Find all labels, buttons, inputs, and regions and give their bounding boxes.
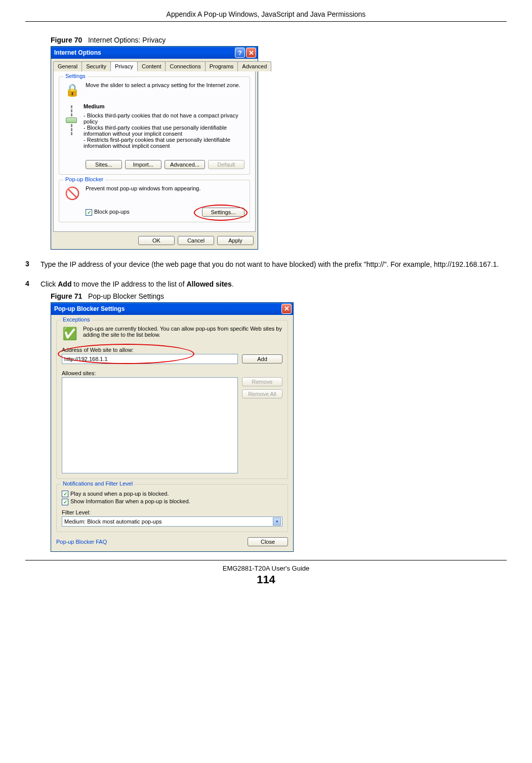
privacy-bullet-1: - Blocks third-party cookies that do not…: [84, 112, 244, 125]
figure-71-title: Pop-up Blocker Settings: [88, 292, 164, 300]
tab-general[interactable]: General: [53, 61, 82, 71]
privacy-bullet-2: - Blocks third-party cookies that use pe…: [84, 125, 244, 137]
step-4-text: Click Add to move the IP address to the …: [40, 279, 507, 289]
popup-blocker-desc: Prevent most pop-up windows from appeari…: [86, 185, 244, 191]
sites-button[interactable]: Sites...: [86, 160, 122, 169]
block-popups-checkbox[interactable]: ✓Block pop-ups: [86, 209, 130, 216]
block-popups-label: Block pop-ups: [94, 209, 130, 215]
tab-advanced[interactable]: Advanced: [237, 61, 271, 71]
exceptions-group-title: Exceptions: [61, 316, 92, 323]
tab-security[interactable]: Security: [81, 61, 111, 71]
import-button[interactable]: Import...: [125, 160, 161, 169]
exceptions-group: Exceptions ✅ Pop-ups are currently block…: [56, 320, 288, 479]
settings-desc: Move the slider to select a privacy sett…: [86, 82, 244, 88]
internet-options-dialog: Internet Options ? ✕ General Security Pr…: [51, 46, 258, 250]
show-infobar-label: Show Information Bar when a pop-up is bl…: [70, 498, 190, 504]
play-sound-checkbox[interactable]: ✓Play a sound when a pop-up is blocked.: [62, 491, 282, 498]
apply-button[interactable]: Apply: [217, 236, 254, 245]
show-infobar-checkbox[interactable]: ✓Show Information Bar when a pop-up is b…: [62, 498, 282, 505]
tab-connections[interactable]: Connections: [165, 61, 205, 71]
close-button[interactable]: ✕: [246, 48, 256, 58]
allowed-sites-label: Allowed sites:: [62, 370, 282, 376]
chevron-down-icon: ▾: [273, 517, 281, 526]
figure-70-caption: Figure 70 Internet Options: Privacy: [51, 36, 502, 44]
blocked-icon: 🚫: [64, 185, 80, 202]
footer-guide: EMG2881-T20A User's Guide: [25, 565, 507, 572]
tab-strip: General Security Privacy Content Connect…: [51, 59, 258, 71]
page-number: 114: [25, 573, 507, 586]
popup-blocker-group-title: Pop-up Blocker: [63, 176, 105, 182]
settings-group-title: Settings: [63, 73, 88, 79]
figure-71-num: Figure 71: [51, 292, 82, 300]
window-title: Internet Options: [54, 49, 101, 56]
titlebar: Pop-up Blocker Settings ✕: [51, 303, 293, 315]
popup-blocker-group: Pop-up Blocker 🚫 Prevent most pop-up win…: [59, 180, 250, 222]
notifications-group: Notifications and Filter Level ✓Play a s…: [56, 484, 288, 532]
tab-content[interactable]: Content: [137, 61, 166, 71]
advanced-button[interactable]: Advanced...: [165, 160, 205, 169]
privacy-bullet-3: - Restricts first-party cookies that use…: [84, 137, 244, 149]
privacy-icon: 🔒: [64, 82, 80, 98]
notifications-group-title: Notifications and Filter Level: [61, 480, 135, 487]
step-3-num: 3: [25, 260, 32, 269]
step-4-num: 4: [25, 279, 32, 289]
default-button: Default: [208, 160, 244, 169]
privacy-level: Medium: [84, 103, 244, 109]
popup-blocker-settings-dialog: Pop-up Blocker Settings ✕ Exceptions ✅ P…: [51, 302, 294, 552]
close-dialog-button[interactable]: Close: [248, 537, 288, 546]
help-button[interactable]: ?: [235, 48, 245, 58]
filter-level-value: Medium: Block most automatic pop-ups: [64, 518, 162, 525]
allowed-sites-list[interactable]: [62, 377, 238, 473]
figure-71-caption: Figure 71 Pop-up Blocker Settings: [51, 292, 502, 300]
remove-button: Remove: [242, 377, 282, 386]
ok-button[interactable]: OK: [138, 236, 175, 245]
address-input[interactable]: [62, 354, 238, 364]
settings-group: Settings 🔒 Move the slider to select a p…: [59, 76, 250, 175]
titlebar: Internet Options ? ✕: [51, 47, 258, 59]
page-header: Appendix A Pop-up Windows, JavaScript an…: [25, 10, 507, 22]
figure-70-num: Figure 70: [51, 36, 82, 44]
tab-programs[interactable]: Programs: [205, 61, 238, 71]
popup-blocker-faq-link[interactable]: Pop-up Blocker FAQ: [56, 539, 107, 545]
filter-level-label: Filter Level:: [62, 509, 282, 515]
add-button[interactable]: Add: [242, 354, 282, 364]
close-button[interactable]: ✕: [281, 304, 292, 314]
popup-settings-button[interactable]: Settings...: [202, 208, 244, 217]
cancel-button[interactable]: Cancel: [178, 236, 214, 245]
play-sound-label: Play a sound when a pop-up is blocked.: [70, 491, 169, 497]
step-3-text: Type the IP address of your device (the …: [40, 260, 507, 269]
remove-all-button: Remove All: [242, 389, 282, 398]
address-label: Address of Web site to allow:: [62, 347, 282, 353]
filter-level-select[interactable]: Medium: Block most automatic pop-ups ▾: [62, 516, 282, 527]
exceptions-desc: Pop-ups are currently blocked. You can a…: [83, 326, 282, 338]
window-title: Pop-up Blocker Settings: [54, 305, 125, 312]
privacy-slider[interactable]: [64, 103, 78, 135]
figure-70-title: Internet Options: Privacy: [88, 36, 166, 44]
allowed-icon: ✅: [62, 326, 78, 342]
tab-privacy[interactable]: Privacy: [110, 61, 138, 71]
